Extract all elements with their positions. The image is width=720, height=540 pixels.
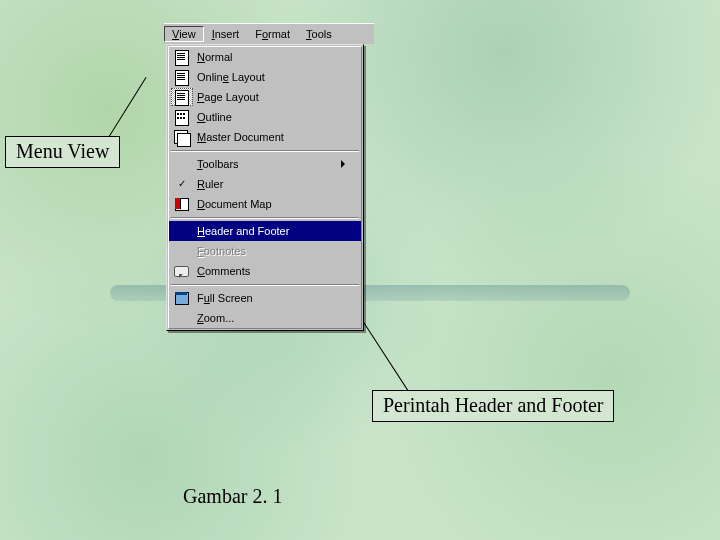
menu-separator bbox=[171, 284, 359, 286]
menu-item-label: Zoom... bbox=[197, 312, 345, 324]
doc-icon bbox=[171, 88, 193, 106]
menu-item-label: Toolbars bbox=[197, 158, 337, 170]
submenu-arrow-icon bbox=[341, 160, 345, 168]
menu-item-document-map[interactable]: Document Map bbox=[169, 194, 361, 214]
leader-line-right bbox=[363, 322, 409, 392]
doc-icon bbox=[171, 68, 193, 86]
menu-item-label: Footnotes bbox=[197, 245, 345, 257]
menu-item-label: Header and Footer bbox=[197, 225, 345, 237]
menu-item-label: Page Layout bbox=[197, 91, 345, 103]
menubar-item-view[interactable]: View bbox=[164, 26, 204, 42]
icon-slot-empty bbox=[171, 309, 193, 327]
check-icon: ✓ bbox=[171, 175, 193, 193]
icon-slot-empty bbox=[171, 242, 193, 260]
view-menu-dropdown: NormalOnline LayoutPage LayoutOutlineMas… bbox=[166, 44, 364, 331]
docmap-icon bbox=[171, 195, 193, 213]
menu-item-comments[interactable]: Comments bbox=[169, 261, 361, 281]
callout-header-footer: Perintah Header and Footer bbox=[372, 390, 614, 422]
callout-menu-view: Menu View bbox=[5, 136, 120, 168]
menu-item-label: Ruler bbox=[197, 178, 345, 190]
callout-menu-view-text: Menu View bbox=[16, 140, 109, 162]
master-icon bbox=[171, 128, 193, 146]
menu-item-label: Full Screen bbox=[197, 292, 345, 304]
menu-item-online-layout[interactable]: Online Layout bbox=[169, 67, 361, 87]
menu-item-label: Comments bbox=[197, 265, 345, 277]
icon-slot-empty bbox=[171, 155, 193, 173]
menubar-item-tools[interactable]: Tools bbox=[298, 26, 340, 42]
menu-item-label: Normal bbox=[197, 51, 345, 63]
comments-icon bbox=[171, 262, 193, 280]
menu-item-label: Outline bbox=[197, 111, 345, 123]
menu-separator bbox=[171, 217, 359, 219]
menu-separator bbox=[171, 150, 359, 152]
doc-icon bbox=[171, 48, 193, 66]
menu-item-label: Document Map bbox=[197, 198, 345, 210]
leader-line-left bbox=[107, 77, 147, 139]
menu-item-footnotes: Footnotes bbox=[169, 241, 361, 261]
menubar: ViewInsertFormatTools bbox=[164, 23, 374, 44]
menubar-item-format[interactable]: Format bbox=[247, 26, 298, 42]
callout-header-footer-text: Perintah Header and Footer bbox=[383, 394, 603, 416]
menu-item-full-screen[interactable]: Full Screen bbox=[169, 288, 361, 308]
menu-item-master-document[interactable]: Master Document bbox=[169, 127, 361, 147]
menu-item-normal[interactable]: Normal bbox=[169, 47, 361, 67]
menu-item-label: Master Document bbox=[197, 131, 345, 143]
outline-icon bbox=[171, 108, 193, 126]
menu-item-header-and-footer[interactable]: Header and Footer bbox=[169, 221, 361, 241]
figure-caption: Gambar 2. 1 bbox=[183, 485, 282, 508]
menu-item-toolbars[interactable]: Toolbars bbox=[169, 154, 361, 174]
menu-item-page-layout[interactable]: Page Layout bbox=[169, 87, 361, 107]
icon-slot-empty bbox=[171, 222, 193, 240]
menu-item-ruler[interactable]: ✓Ruler bbox=[169, 174, 361, 194]
fullscreen-icon bbox=[171, 289, 193, 307]
menu-item-outline[interactable]: Outline bbox=[169, 107, 361, 127]
menubar-item-insert[interactable]: Insert bbox=[204, 26, 248, 42]
menu-item-zoom[interactable]: Zoom... bbox=[169, 308, 361, 328]
menu-item-label: Online Layout bbox=[197, 71, 345, 83]
